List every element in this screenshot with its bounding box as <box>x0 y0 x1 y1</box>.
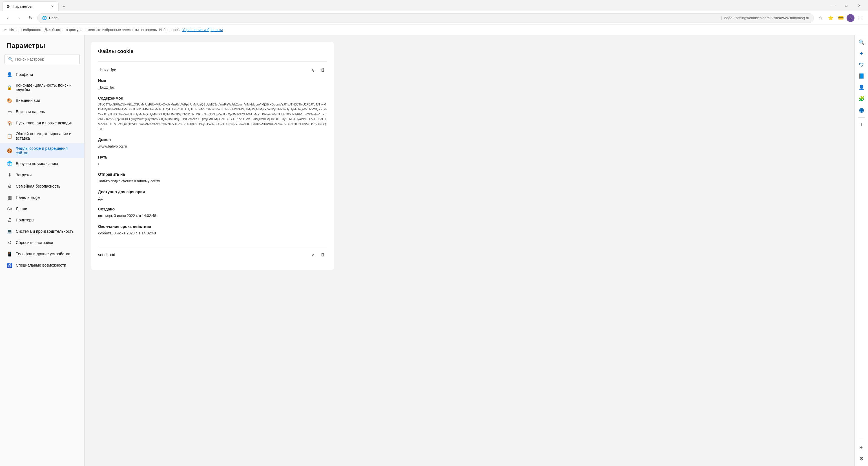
sidebar-item-sharing[interactable]: 📋 Общий доступ, копирование и вставка <box>0 128 84 143</box>
tab-favicon: ⚙ <box>6 4 10 9</box>
back-button[interactable]: ‹ <box>3 13 12 23</box>
nav-label-printers: Принтеры <box>16 218 34 222</box>
nav-icon-newtab: 🏠 <box>7 120 12 126</box>
right-search-icon[interactable]: 🔍 <box>857 37 867 48</box>
field-expires: Окончание срока действия суббота, 3 июня… <box>98 224 327 236</box>
sidebar-item-edgepanel[interactable]: ▦ Панель Edge <box>0 192 84 203</box>
cookie-actions-buzz-fpc: ∧ 🗑 <box>309 66 327 74</box>
right-bottom-icons: ⊞ ⚙ <box>857 439 867 464</box>
nav-icon-sharing: 📋 <box>7 133 12 139</box>
cookie-item-buzz-fpc: _buzz_fpc ∧ 🗑 Имя _buzz_fpc Содержимое J… <box>98 61 327 246</box>
collapse-button-buzz-fpc[interactable]: ∧ <box>309 66 317 74</box>
sidebar-item-browser[interactable]: 🌐 Браузер по умолчанию <box>0 158 84 169</box>
sidebar-item-phone[interactable]: 📱 Телефон и другие устройства <box>0 248 84 260</box>
sidebar-item-sidebar[interactable]: ▭ Боковая панель <box>0 106 84 117</box>
right-settings-icon[interactable]: ⚙ <box>857 454 867 464</box>
nav-icon-edgepanel: ▦ <box>7 195 12 200</box>
right-profile-icon[interactable]: 👤 <box>857 82 867 92</box>
nav-icon-appearance: 🎨 <box>7 97 12 103</box>
field-created: Создано пятница, 3 июня 2022 г. в 14:02:… <box>98 207 327 219</box>
sidebar-item-newtab[interactable]: 🏠 Пуск, главная и новые вкладки <box>0 117 84 128</box>
sidebar-item-profiles[interactable]: 👤 Профили <box>0 69 84 80</box>
right-extensions-icon[interactable]: 🧩 <box>857 94 867 104</box>
right-add-icon[interactable]: + <box>857 120 867 130</box>
sidebar-item-cookies[interactable]: 🍪 Файлы cookie и разрешения сайтов <box>0 143 84 158</box>
cookie-item-header-seedr-cid[interactable]: seedr_cid ∨ 🗑 <box>98 251 327 259</box>
main-layout: Параметры 🔍 👤 Профили 🔒 Конфиденциальнос… <box>0 35 868 466</box>
nav-label-system: Система и производительность <box>16 229 73 234</box>
cookie-item-seedr-cid: seedr_cid ∨ 🗑 <box>98 246 327 263</box>
delete-button-buzz-fpc[interactable]: 🗑 <box>319 66 327 74</box>
sidebar-title: Параметры <box>7 42 78 50</box>
cookie-details-buzz-fpc: Имя _buzz_fpc Содержимое JTdCJTIycGF0aCU… <box>98 79 327 236</box>
field-label-expires: Окончание срока действия <box>98 224 327 229</box>
nav-label-profiles: Профили <box>16 72 33 77</box>
nav-icon-reset: ↺ <box>7 240 12 245</box>
address-field[interactable]: 🌐 Edge | edge://settings/cookies/detail?… <box>37 13 814 23</box>
close-button[interactable]: ✕ <box>853 0 866 11</box>
sidebar-header: Параметры <box>0 35 84 54</box>
right-bottom-separator <box>858 440 865 440</box>
browser-wallet-icon[interactable]: 💳 <box>836 13 845 23</box>
maximize-button[interactable]: □ <box>840 0 853 11</box>
right-collections-icon[interactable]: 📘 <box>857 71 867 81</box>
field-label-domain: Домен <box>98 137 327 142</box>
import-label: Импорт избранного <box>9 28 42 32</box>
field-value-domain: .www.babyblog.ru <box>98 144 327 149</box>
sidebar-item-system[interactable]: 💻 Система и производительность <box>0 226 84 237</box>
nav-label-phone: Телефон и другие устройства <box>16 252 70 256</box>
right-edge-icon[interactable]: ◉ <box>857 105 867 115</box>
settings-more-icon[interactable]: ⋯ <box>856 13 865 23</box>
field-value-expires: суббота, 3 июня 2023 г. в 14:02:48 <box>98 230 327 236</box>
sidebar-item-appearance[interactable]: 🎨 Внешний вид <box>0 95 84 106</box>
minimize-button[interactable]: — <box>827 0 840 11</box>
tab-close-button[interactable]: ✕ <box>50 4 55 9</box>
nav-icon-browser: 🌐 <box>7 161 12 167</box>
address-separator: | <box>721 16 722 20</box>
field-domain: Домен .www.babyblog.ru <box>98 137 327 149</box>
refresh-button[interactable]: ↻ <box>26 13 35 23</box>
field-label-path: Путь <box>98 155 327 159</box>
sidebar-item-languages[interactable]: Aa Языки <box>0 203 84 214</box>
sidebar-item-printers[interactable]: 🖨 Принтеры <box>0 214 84 226</box>
cookie-section: Файлы cookie _buzz_fpc ∧ 🗑 Имя _buzz_fpc <box>91 42 334 270</box>
field-label-accessible: Доступно для сценария <box>98 190 327 194</box>
delete-button-seedr-cid[interactable]: 🗑 <box>319 251 327 259</box>
new-tab-button[interactable]: + <box>60 3 68 11</box>
nav-label-reset: Сбросить настройки <box>16 240 53 245</box>
manage-favorites-link[interactable]: Управление избранным <box>182 28 223 32</box>
right-shield-icon[interactable]: 🛡 <box>857 60 867 70</box>
favorites-collections-icon[interactable]: ⭐ <box>826 13 835 23</box>
title-bar: ⚙ Параметры ✕ + — □ ✕ <box>0 0 868 11</box>
nav-icon-family: ⚙ <box>7 183 12 189</box>
cookie-item-header-buzz-fpc[interactable]: _buzz_fpc ∧ 🗑 <box>98 66 327 74</box>
favorites-icon[interactable]: ☆ <box>816 13 825 23</box>
sidebar-item-accessibility[interactable]: ♿ Специальные возможности <box>0 260 84 271</box>
right-grid-icon[interactable]: ⊞ <box>857 442 867 453</box>
sidebar-item-downloads[interactable]: ⬇ Загрузки <box>0 169 84 180</box>
user-avatar[interactable]: A <box>846 14 855 22</box>
address-bar: ‹ › ↻ 🌐 Edge | edge://settings/cookies/d… <box>0 11 868 25</box>
cookie-actions-seedr-cid: ∨ 🗑 <box>309 251 327 259</box>
nav-label-downloads: Загрузки <box>16 173 32 177</box>
field-send-to: Отправить на Только подключения к одному… <box>98 172 327 184</box>
right-copilot-icon[interactable]: ✦ <box>857 49 867 59</box>
field-name: Имя _buzz_fpc <box>98 79 327 90</box>
sidebar-item-reset[interactable]: ↺ Сбросить настройки <box>0 237 84 248</box>
field-path: Путь / <box>98 155 327 167</box>
forward-button[interactable]: › <box>14 13 24 23</box>
field-label-created: Создано <box>98 207 327 211</box>
active-tab[interactable]: ⚙ Параметры ✕ <box>2 1 59 11</box>
sidebar-item-family[interactable]: ⚙ Семейная безопасность <box>0 180 84 192</box>
right-panel: 🔍 ✦ 🛡 📘 👤 🧩 ◉ + ⊞ ⚙ <box>855 35 868 466</box>
field-value-created: пятница, 3 июня 2022 г. в 14:02:48 <box>98 213 327 219</box>
search-input[interactable] <box>15 57 76 61</box>
search-box[interactable]: 🔍 <box>4 54 80 64</box>
nav-label-cookies: Файлы cookie и разрешения сайтов <box>16 146 78 155</box>
import-icon: ☆ <box>3 28 7 32</box>
nav-icon-profiles: 👤 <box>7 71 12 77</box>
expand-button-seedr-cid[interactable]: ∨ <box>309 251 317 259</box>
nav-label-languages: Языки <box>16 206 27 211</box>
field-value-accessible: Да <box>98 196 327 201</box>
sidebar-item-privacy[interactable]: 🔒 Конфиденциальность, поиск и службы <box>0 80 84 95</box>
